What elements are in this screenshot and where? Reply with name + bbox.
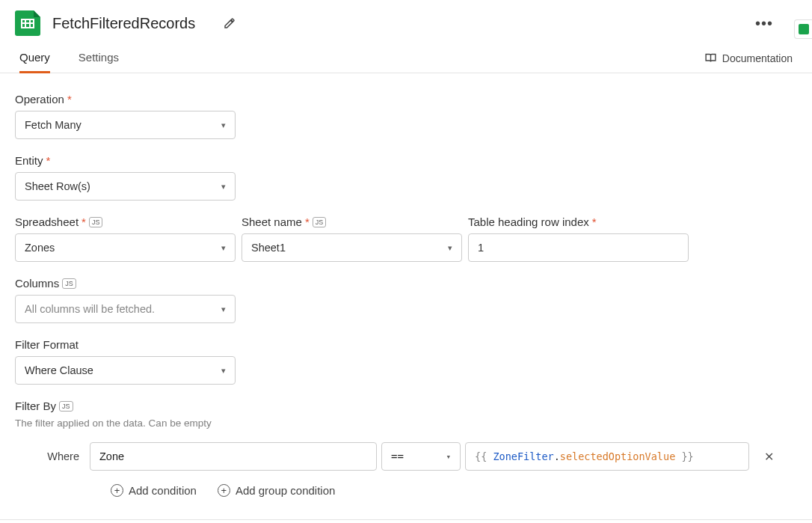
plus-circle-icon: +: [218, 484, 230, 497]
columns-select[interactable]: All columns will be fetched. ▾: [15, 295, 236, 323]
field-entity: Entity* Sheet Row(s) ▾: [15, 154, 797, 201]
tab-settings[interactable]: Settings: [79, 43, 119, 73]
header: FetchFilteredRecords •••: [0, 0, 812, 43]
where-row: Where Zone == ▾ {{ ZoneFilter.selectedOp…: [15, 442, 797, 471]
field-operation: Operation* Fetch Many ▾: [15, 93, 797, 139]
chevron-down-icon: ▾: [221, 120, 226, 130]
operator-select[interactable]: == ▾: [381, 442, 461, 471]
chevron-down-icon: ▾: [221, 366, 226, 376]
filter-format-label: Filter Format: [15, 338, 797, 351]
bottom-divider: [0, 519, 812, 520]
js-badge[interactable]: JS: [59, 401, 73, 412]
filter-by-label: Filter By JS: [15, 400, 797, 412]
field-sheet-name: Sheet name* JS Sheet1 ▾: [242, 215, 462, 262]
field-spreadsheet: Spreadsheet* JS Zones ▾: [15, 215, 236, 262]
field-heading-row: Table heading row index*: [468, 215, 689, 262]
filter-format-select[interactable]: Where Clause ▾: [15, 356, 236, 385]
entity-select[interactable]: Sheet Row(s) ▾: [15, 172, 236, 201]
plus-circle-icon: +: [111, 484, 123, 497]
field-filter-by: Filter By JS The filter applied on the d…: [15, 400, 797, 497]
spreadsheet-label: Spreadsheet* JS: [15, 215, 236, 228]
page-title: FetchFilteredRecords: [52, 15, 195, 32]
sheets-icon: [15, 10, 40, 36]
form-content: Operation* Fetch Many ▾ Entity* Sheet Ro…: [0, 73, 812, 512]
columns-label: Columns JS: [15, 277, 797, 290]
tabs: Query Settings Documentation: [0, 43, 812, 73]
add-condition-row: + Add condition + Add group condition: [111, 484, 797, 497]
sheet-name-select[interactable]: Sheet1 ▾: [242, 233, 462, 262]
heading-row-label: Table heading row index*: [468, 215, 689, 228]
js-badge[interactable]: JS: [62, 278, 76, 289]
chevron-down-icon: ▾: [221, 305, 226, 314]
chevron-down-icon: ▾: [221, 243, 226, 253]
add-condition-button[interactable]: + Add condition: [111, 484, 197, 497]
chevron-down-icon: ▾: [448, 243, 452, 253]
remove-condition-icon[interactable]: ✕: [764, 450, 774, 464]
chevron-down-icon: ▾: [446, 452, 451, 462]
entity-label: Entity*: [15, 154, 797, 167]
operation-select[interactable]: Fetch Many ▾: [15, 111, 236, 139]
value-expression-input[interactable]: {{ ZoneFilter.selectedOptionValue }}: [465, 442, 749, 471]
edit-icon[interactable]: [224, 17, 236, 29]
book-icon: [704, 52, 717, 64]
where-label: Where: [15, 450, 85, 462]
documentation-link[interactable]: Documentation: [704, 52, 793, 64]
spreadsheet-select[interactable]: Zones ▾: [15, 233, 236, 262]
chevron-down-icon: ▾: [221, 182, 226, 192]
sheet-name-label: Sheet name* JS: [242, 215, 462, 228]
js-badge[interactable]: JS: [89, 217, 103, 227]
filter-by-help: The filter applied on the data. Can be e…: [15, 418, 797, 429]
tab-query[interactable]: Query: [19, 43, 50, 73]
where-column-input[interactable]: Zone: [90, 442, 377, 471]
field-filter-format: Filter Format Where Clause ▾: [15, 338, 797, 385]
side-datasource-badge[interactable]: [794, 19, 812, 39]
more-icon[interactable]: •••: [755, 15, 773, 32]
js-badge[interactable]: JS: [313, 217, 327, 227]
operation-label: Operation*: [15, 93, 797, 105]
heading-row-input[interactable]: [468, 233, 689, 262]
add-group-condition-button[interactable]: + Add group condition: [218, 484, 335, 497]
field-columns: Columns JS All columns will be fetched. …: [15, 277, 797, 323]
